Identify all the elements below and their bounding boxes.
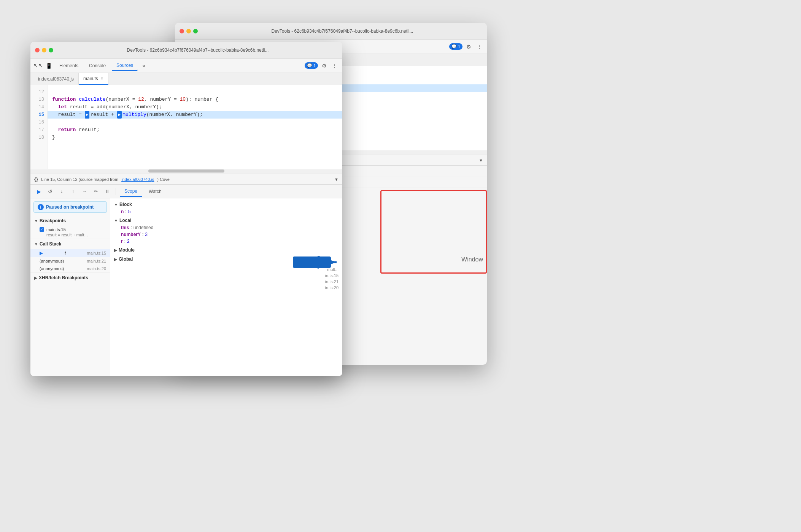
- blue-arrow-svg: [293, 251, 339, 274]
- front-r-value: 2: [127, 239, 130, 244]
- front-reload-btn[interactable]: ↺: [46, 187, 55, 196]
- front-step-over-btn[interactable]: →: [80, 187, 89, 196]
- front-paused-text: Paused on breakpoint: [46, 204, 94, 210]
- front-block-triangle: [114, 203, 118, 207]
- front-callstack-header[interactable]: Call Stack: [30, 239, 110, 249]
- front-bp-code: result = result + mult...: [40, 233, 106, 237]
- front-xhr-section: XHR/fetch Breakpoints: [30, 273, 110, 283]
- blue-arrow-container: [293, 251, 339, 274]
- front-paused-banner: i Paused on breakpoint: [33, 201, 107, 213]
- devtools-front-window: DevTools - 62c6b934c4b7f676049af4b7--buc…: [30, 42, 342, 376]
- front-maximize-button[interactable]: [49, 48, 53, 52]
- front-close-button[interactable]: [35, 48, 40, 52]
- front-more-options-icon[interactable]: ⋮: [330, 61, 339, 70]
- front-numberY-value: 3: [145, 232, 148, 237]
- front-scope-block-header[interactable]: Block: [110, 201, 342, 208]
- front-r-key: r: [121, 239, 123, 244]
- front-cursor-icon[interactable]: ↖: [33, 61, 43, 70]
- back-global-value: Window: [461, 256, 483, 263]
- front-pause-btn[interactable]: ⏸: [103, 187, 112, 196]
- front-tab-console[interactable]: Console: [84, 61, 110, 71]
- front-xhr-label: XHR/fetch Breakpoints: [39, 275, 88, 280]
- front-tab-sources[interactable]: Sources: [112, 60, 138, 71]
- front-local-label: Local: [119, 218, 131, 223]
- front-global-label: Global: [119, 256, 133, 262]
- front-step-into-btn[interactable]: ↓: [57, 187, 66, 196]
- front-breakpoints-label: Breakpoints: [40, 218, 66, 223]
- front-file-tabs: index.af063740.js main.ts ✕: [30, 73, 342, 85]
- front-badge-chat-icon: 💬: [307, 63, 312, 68]
- front-breakpoints-header[interactable]: Breakpoints: [30, 216, 110, 226]
- front-callstack-item-0[interactable]: ▶ f main.ts:15: [30, 249, 110, 257]
- front-scope-tab-watch[interactable]: Watch: [144, 187, 166, 196]
- back-badge-count: 1: [458, 44, 460, 49]
- front-breakpoints-section: Breakpoints ✓ main.ts:15 result = result…: [30, 216, 110, 239]
- front-module-triangle: [114, 248, 117, 252]
- front-scrollbar[interactable]: [30, 169, 342, 174]
- front-more-tabs-icon[interactable]: »: [139, 61, 148, 70]
- front-status-link[interactable]: index.af063740.js: [121, 177, 154, 182]
- front-code-line-17: return result;: [52, 126, 338, 134]
- line-num-15: 15: [33, 111, 44, 119]
- front-scope-this: this : undefined: [110, 224, 342, 231]
- front-callstack-triangle: [34, 242, 38, 246]
- front-local-triangle: [114, 218, 118, 223]
- front-callstack-section: Call Stack ▶ f main.ts:15 (anonymous) ma…: [30, 239, 110, 273]
- front-file-tab-ts-close[interactable]: ✕: [100, 76, 103, 81]
- front-callstack-loc-2: main.ts:20: [87, 266, 106, 271]
- front-settings-icon[interactable]: ⚙: [319, 61, 329, 70]
- front-minimize-button[interactable]: [42, 48, 46, 52]
- front-file-tab-ts[interactable]: main.ts ✕: [79, 73, 108, 85]
- front-status-bar: {} Line 15, Column 12 (source mapped fro…: [30, 174, 342, 185]
- front-tab-elements[interactable]: Elements: [55, 61, 83, 71]
- back-close-button[interactable]: [180, 29, 184, 33]
- front-bp-filename: main.ts:15: [46, 227, 66, 232]
- front-file-tab-js[interactable]: index.af063740.js: [33, 73, 79, 85]
- back-more-options-icon[interactable]: [475, 42, 484, 51]
- front-step-out-btn[interactable]: ↑: [68, 187, 78, 196]
- front-file-tab-js-label: index.af063740.js: [38, 76, 74, 82]
- front-badge-count: 1: [313, 63, 316, 68]
- front-scope-local-header[interactable]: Local: [110, 217, 342, 224]
- back-maximize-button[interactable]: [193, 29, 198, 33]
- front-code-line-13: function calculate(numberX = 12, numberY…: [52, 96, 338, 103]
- front-scope-tab-scope[interactable]: Scope: [120, 186, 142, 197]
- front-code-line-16: [52, 119, 338, 126]
- front-scrollbar-thumb[interactable]: [148, 169, 224, 173]
- front-collapse-icon[interactable]: ▼: [334, 177, 339, 182]
- front-badge: 💬 1: [305, 62, 318, 69]
- svg-rect-1: [293, 256, 331, 268]
- line-num-16: 16: [33, 119, 44, 126]
- front-code-lines: function calculate(numberX = 12, numberY…: [48, 85, 342, 169]
- front-deactivate-btn[interactable]: ✏: [91, 187, 100, 196]
- front-n-key: n: [121, 209, 124, 214]
- front-xhr-header[interactable]: XHR/fetch Breakpoints: [30, 273, 110, 283]
- back-settings-icon[interactable]: [464, 42, 473, 51]
- front-breakpoint-label: ✓ main.ts:15: [40, 227, 106, 232]
- front-title-bar: DevTools - 62c6b934c4b7f676049af4b7--buc…: [30, 42, 342, 59]
- front-callstack-item-1[interactable]: (anonymous) main.ts:21: [30, 257, 110, 265]
- front-n-value: 5: [128, 209, 131, 214]
- front-callstack-item-2[interactable]: (anonymous) main.ts:20: [30, 265, 110, 272]
- front-scope-panel: Block n : 5 Local this :: [110, 198, 342, 376]
- back-badge: 💬 1: [449, 43, 462, 50]
- front-callstack-label: Call Stack: [40, 241, 61, 247]
- front-code-line-14: let result = add(numberX, numberY);: [52, 103, 338, 111]
- back-minimize-button[interactable]: [186, 29, 191, 33]
- front-scope-local: Local this : undefined numberY : 3 r: [110, 216, 342, 245]
- front-device-icon[interactable]: 📱: [44, 61, 53, 70]
- front-this-value: undefined: [134, 225, 154, 230]
- front-resume-btn[interactable]: ▶: [34, 187, 43, 196]
- line-num-12: 12: [33, 88, 44, 96]
- front-global-triangle: [114, 257, 117, 261]
- front-status-suffix: ) Cove: [157, 177, 169, 182]
- back-title-bar: DevTools - 62c6b934c4b7f676049af4b7--buc…: [175, 23, 487, 40]
- front-toolbar: ↖ 📱 Elements Console Sources » 💬 1 ⚙ ⋮: [30, 59, 342, 73]
- back-window-title: DevTools - 62c6b934c4b7f676049af4b7--buc…: [202, 28, 482, 34]
- front-ref-ts15: in.ts:15: [114, 273, 339, 278]
- front-bp-checkbox[interactable]: ✓: [40, 227, 44, 232]
- line-num-14: 14: [33, 103, 44, 111]
- front-callstack-name-0: f: [65, 251, 66, 255]
- front-debugger-controls: ▶ ↺ ↓ ↑ → ✏ ⏸ Scope Watch: [30, 185, 342, 198]
- back-collapse-icon[interactable]: ▼: [479, 158, 483, 163]
